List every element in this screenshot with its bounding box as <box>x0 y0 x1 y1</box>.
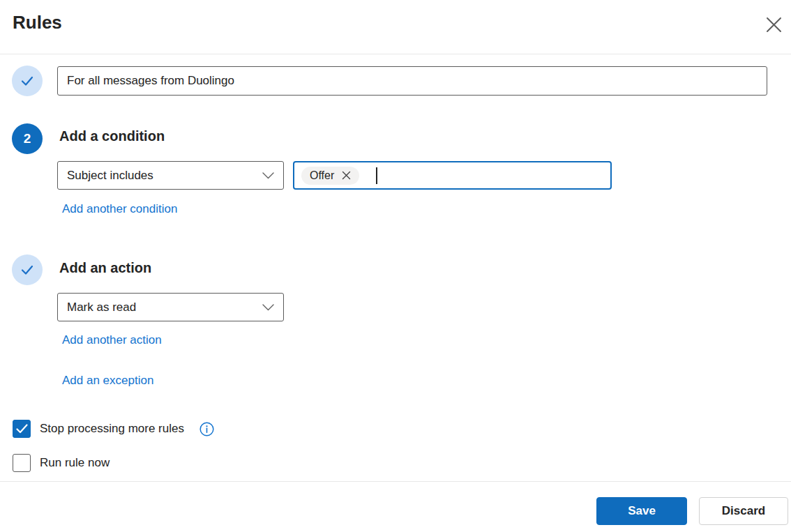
condition-heading: Add a condition <box>59 128 165 144</box>
checkbox-check-icon <box>16 424 28 434</box>
step-number: 2 <box>24 131 31 146</box>
rules-dialog: Rules 2 Add a condition Subject includes… <box>0 0 791 532</box>
text-cursor <box>376 167 377 184</box>
rule-name-input[interactable] <box>57 66 767 96</box>
discard-button[interactable]: Discard <box>699 497 788 525</box>
chevron-down-icon <box>262 172 274 179</box>
stop-processing-label: Stop processing more rules <box>40 422 184 436</box>
run-rule-option: Run rule now <box>13 454 110 472</box>
condition-select-value: Subject includes <box>67 169 153 183</box>
page-title: Rules <box>13 12 62 33</box>
condition-select[interactable]: Subject includes <box>57 161 284 190</box>
add-another-condition-link[interactable]: Add another condition <box>62 202 177 216</box>
close-icon <box>766 17 782 33</box>
add-another-action-link[interactable]: Add another action <box>62 333 162 347</box>
chip-dismiss-icon[interactable] <box>342 171 351 180</box>
add-exception-link[interactable]: Add an exception <box>62 374 153 388</box>
stop-processing-checkbox[interactable] <box>13 420 31 438</box>
header-divider <box>0 54 791 54</box>
action-select[interactable]: Mark as read <box>57 293 284 321</box>
run-rule-label: Run rule now <box>40 456 110 470</box>
chip-label: Offer <box>310 169 334 182</box>
info-icon[interactable] <box>199 422 214 436</box>
step1-complete-badge <box>12 66 43 96</box>
run-rule-checkbox[interactable] <box>13 454 31 472</box>
check-icon <box>20 73 35 89</box>
action-select-value: Mark as read <box>67 301 136 314</box>
footer-divider <box>0 481 791 482</box>
chevron-down-icon <box>262 304 274 311</box>
save-button[interactable]: Save <box>596 497 687 525</box>
step2-number-badge: 2 <box>12 123 43 154</box>
check-icon <box>20 262 35 278</box>
close-button[interactable] <box>762 13 785 36</box>
condition-value-chip: Offer <box>301 167 359 185</box>
step3-complete-badge <box>12 254 43 285</box>
stop-processing-option: Stop processing more rules <box>13 420 214 438</box>
condition-value-input[interactable]: Offer <box>293 161 612 190</box>
action-heading: Add an action <box>59 260 151 276</box>
